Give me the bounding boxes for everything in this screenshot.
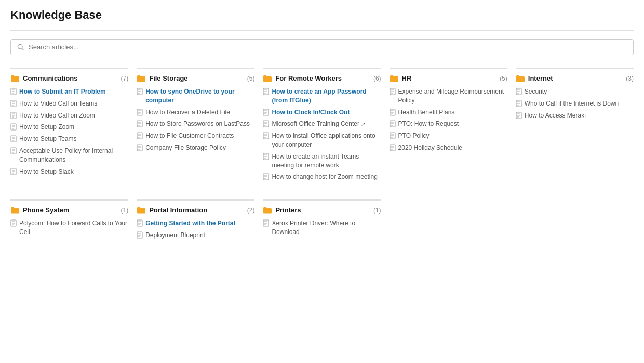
list-item: Acceptable Use Policy for Internal Commu… — [10, 147, 128, 164]
article-link[interactable]: How to Setup Teams — [19, 135, 77, 144]
article-link[interactable]: How to create an instant Teams meeting f… — [272, 152, 381, 170]
article-list: How to sync OneDrive to your computerHow… — [137, 87, 254, 152]
article-link[interactable]: How to Recover a Deleted File — [145, 108, 230, 117]
external-link-icon: ↗ — [359, 121, 365, 127]
folder-icon — [263, 75, 272, 82]
list-item: How to File Customer Contracts — [137, 132, 254, 140]
article-link[interactable]: How to Submit an IT Problem — [19, 87, 106, 96]
article-link[interactable]: Expense and Mileage Reimbursement Policy — [398, 87, 507, 105]
category-count: (5) — [247, 75, 255, 82]
list-item: Polycom: How to Forward Calls to Your Ce… — [10, 219, 128, 237]
article-link[interactable]: Deployment Blueprint — [145, 231, 205, 240]
article-link[interactable]: How to Video Call on Zoom — [19, 111, 95, 120]
article-link[interactable]: Who to Call if the Internet is Down — [525, 99, 619, 108]
category-count: (1) — [121, 206, 129, 214]
article-link[interactable]: How to Setup Slack — [19, 167, 74, 176]
page-title: Knowledge Base — [10, 8, 634, 22]
folder-icon — [263, 206, 272, 214]
article-link[interactable]: How to Video Call on Teams — [19, 99, 97, 108]
list-item: How to Submit an IT Problem — [10, 87, 128, 96]
list-item: Getting Started with the Portal — [137, 219, 254, 228]
article-list: How to Submit an IT ProblemHow to Video … — [10, 87, 128, 176]
article-link[interactable]: How to File Customer Contracts — [145, 132, 234, 140]
article-link[interactable]: Xerox Printer Driver: Where to Download — [272, 219, 381, 237]
category-section-portal-information: Portal Information(2)Getting Started wit… — [137, 199, 254, 243]
doc-icon — [137, 88, 143, 95]
article-link[interactable]: Getting Started with the Portal — [145, 219, 235, 228]
category-header-file-storage: File Storage(5) — [137, 74, 254, 82]
category-header-communications: Communications(7) — [10, 74, 128, 82]
empty-cell — [390, 199, 507, 257]
article-link[interactable]: How to Access Meraki — [525, 111, 586, 120]
list-item: How to Video Call on Zoom — [10, 111, 128, 120]
category-title: Communications — [23, 74, 77, 82]
article-link[interactable]: How to Store Passwords on LastPass — [145, 120, 250, 128]
article-list: Expense and Mileage Reimbursement Policy… — [390, 87, 507, 152]
article-link[interactable]: Company File Storage Policy — [145, 144, 226, 152]
list-item: Who to Call if the Internet is Down — [516, 99, 634, 108]
article-list: How to create an App Password (from ITGl… — [263, 87, 381, 182]
page-container: Knowledge Base Communications(7)How to S… — [0, 0, 644, 266]
list-item: How to Video Call on Teams — [10, 99, 128, 108]
category-count: (3) — [626, 75, 634, 82]
category-section-hr: HR(5)Expense and Mileage Reimbursement P… — [390, 68, 507, 185]
categories-row: Communications(7)How to Submit an IT Pro… — [10, 68, 634, 199]
list-item: Deployment Blueprint — [137, 231, 254, 240]
doc-icon — [263, 173, 269, 180]
category-header-phone-system: Phone System(1) — [10, 206, 128, 214]
doc-icon — [390, 144, 396, 151]
category-title: Internet — [528, 74, 553, 82]
article-link[interactable]: 2020 Holiday Schedule — [398, 144, 462, 152]
category-section-for-remote-workers: For Remote Workers(6)How to create an Ap… — [263, 68, 381, 185]
article-link[interactable]: Microsoft Office Training Center ↗ — [272, 120, 365, 128]
article-list: Getting Started with the PortalDeploymen… — [137, 219, 254, 240]
doc-icon — [137, 132, 143, 139]
category-header-portal-information: Portal Information(2) — [137, 206, 254, 214]
list-item: PTO: How to Request — [390, 120, 507, 128]
doc-icon — [10, 88, 17, 95]
article-list: SecurityWho to Call if the Internet is D… — [516, 87, 634, 120]
article-link[interactable]: How to change host for Zoom meeting — [272, 173, 377, 182]
list-item: Xerox Printer Driver: Where to Download — [263, 219, 381, 237]
article-link[interactable]: How to Clock In/Clock Out — [272, 108, 350, 117]
list-item: Health Benefit Plans — [390, 108, 507, 117]
list-item: PTO Policy — [390, 132, 507, 140]
doc-icon — [10, 219, 17, 227]
doc-icon — [137, 109, 143, 116]
folder-icon — [390, 75, 399, 82]
article-link[interactable]: How to install Office applications onto … — [272, 132, 381, 149]
folder-icon — [137, 206, 146, 214]
article-link[interactable]: How to Setup Zoom — [19, 123, 74, 132]
doc-icon — [263, 153, 269, 160]
article-link[interactable]: Health Benefit Plans — [398, 108, 455, 117]
folder-icon — [516, 75, 525, 82]
article-link[interactable]: PTO Policy — [398, 132, 430, 140]
category-title: Printers — [275, 206, 301, 214]
article-link[interactable]: How to sync OneDrive to your computer — [145, 87, 254, 105]
list-item: How to install Office applications onto … — [263, 132, 381, 149]
search-input[interactable] — [29, 43, 627, 51]
list-item: How to create an App Password (from ITGl… — [263, 87, 381, 105]
category-title: Portal Information — [149, 206, 207, 214]
category-count: (7) — [121, 75, 129, 82]
article-link[interactable]: How to create an App Password (from ITGl… — [272, 87, 381, 105]
category-header-printers: Printers(1) — [263, 206, 381, 214]
article-link[interactable]: Security — [525, 87, 547, 96]
article-link[interactable]: Polycom: How to Forward Calls to Your Ce… — [19, 219, 128, 237]
search-bar — [10, 39, 634, 55]
article-link[interactable]: PTO: How to Request — [398, 120, 459, 128]
category-title: Phone System — [23, 206, 70, 214]
svg-point-0 — [18, 44, 22, 49]
doc-icon — [137, 231, 143, 239]
list-item: Security — [516, 87, 634, 96]
doc-icon — [10, 123, 17, 131]
list-item: How to Setup Zoom — [10, 123, 128, 132]
doc-icon — [137, 144, 143, 151]
doc-icon — [516, 112, 522, 119]
list-item: Microsoft Office Training Center ↗ — [263, 120, 381, 128]
article-list: Xerox Printer Driver: Where to Download — [263, 219, 381, 237]
title-divider — [10, 30, 634, 31]
folder-icon — [137, 75, 146, 82]
article-link[interactable]: Acceptable Use Policy for Internal Commu… — [19, 147, 128, 164]
list-item: How to Setup Teams — [10, 135, 128, 144]
